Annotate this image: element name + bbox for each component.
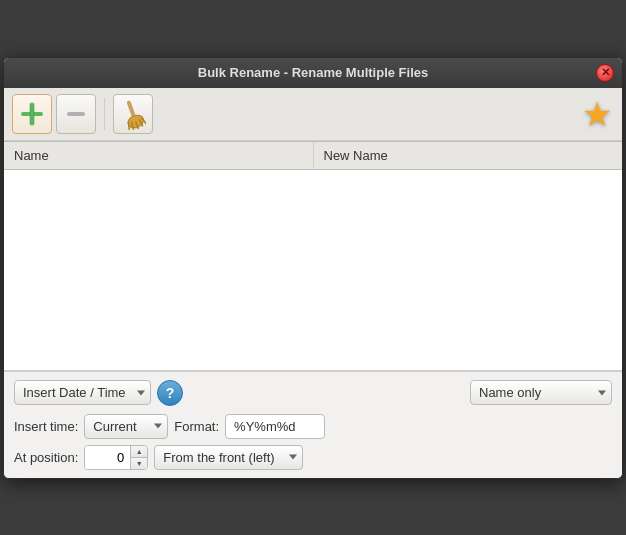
window-title: Bulk Rename - Rename Multiple Files xyxy=(198,65,428,80)
spin-down-button[interactable]: ▼ xyxy=(131,458,147,469)
position-input[interactable] xyxy=(85,446,130,469)
name-only-dropdown-wrapper: Name only Name & Extension Extension onl… xyxy=(470,380,612,405)
toolbar-separator xyxy=(104,98,105,130)
insert-time-select[interactable]: Current Created Modified xyxy=(84,414,168,439)
toolbar: ★ xyxy=(4,88,622,141)
help-button[interactable]: ? xyxy=(157,380,183,406)
clear-button[interactable] xyxy=(113,94,153,134)
spin-buttons: ▲ ▼ xyxy=(130,446,147,469)
main-window: Bulk Rename - Rename Multiple Files ✕ xyxy=(3,57,623,479)
broom-icon xyxy=(120,98,146,130)
name-only-dropdown[interactable]: Name only Name & Extension Extension onl… xyxy=(470,380,612,405)
format-input[interactable] xyxy=(225,414,325,439)
row-position: At position: ▲ ▼ From the front (left) F… xyxy=(14,445,612,470)
spin-up-button[interactable]: ▲ xyxy=(131,446,147,458)
bottom-controls: Insert Date / Time Insert Text Insert Nu… xyxy=(4,371,622,478)
table-empty-area xyxy=(4,169,622,369)
col-name-header: Name xyxy=(4,141,313,169)
add-button[interactable] xyxy=(12,94,52,134)
minus-icon xyxy=(67,112,85,116)
from-dropdown[interactable]: From the front (left) From the end (righ… xyxy=(154,445,303,470)
remove-button[interactable] xyxy=(56,94,96,134)
row-insert-options: Insert Date / Time Insert Text Insert Nu… xyxy=(14,380,612,406)
from-dropdown-wrapper: From the front (left) From the end (righ… xyxy=(154,445,303,470)
titlebar: Bulk Rename - Rename Multiple Files ✕ xyxy=(4,58,622,88)
file-table-area: Name New Name xyxy=(4,141,622,371)
row-time-format: Insert time: Current Created Modified Fo… xyxy=(14,414,612,439)
star-button[interactable]: ★ xyxy=(582,97,612,131)
file-table: Name New Name xyxy=(4,141,622,370)
at-position-label: At position: xyxy=(14,450,78,465)
insert-time-wrapper: Current Created Modified xyxy=(84,414,168,439)
close-button[interactable]: ✕ xyxy=(596,64,614,82)
insert-dropdown-wrapper: Insert Date / Time Insert Text Insert Nu… xyxy=(14,380,151,405)
format-label: Format: xyxy=(174,419,219,434)
position-spinner: ▲ ▼ xyxy=(84,445,148,470)
svg-rect-1 xyxy=(21,112,43,116)
insert-time-label: Insert time: xyxy=(14,419,78,434)
insert-dropdown[interactable]: Insert Date / Time Insert Text Insert Nu… xyxy=(14,380,151,405)
add-icon xyxy=(18,100,46,128)
col-new-name-header: New Name xyxy=(313,141,622,169)
